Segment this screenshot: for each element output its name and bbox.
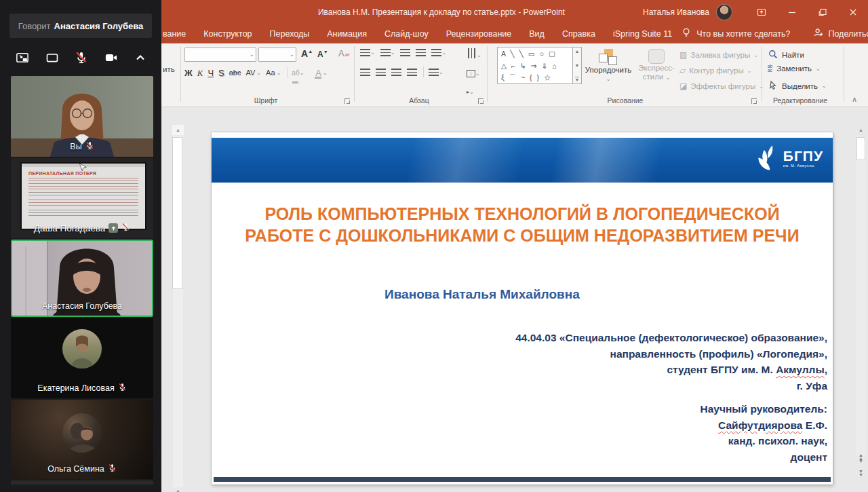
participant-label: Ольга Сёмина [11,463,153,474]
camera-button[interactable] [102,49,120,67]
participant-tile-avatar[interactable]: Ольга Сёмина [11,400,153,479]
participant-tile-partial[interactable] [11,480,153,485]
participant-label: Анастасия Голубева [12,301,152,311]
bullets-button[interactable]: ⌄ [360,49,375,56]
align-left-button[interactable] [360,69,370,76]
strikethrough-button[interactable]: abc [229,68,241,78]
quick-styles-icon [648,49,665,64]
align-center-button[interactable] [376,69,386,76]
change-case-button[interactable]: Аа⌄ [266,68,281,78]
drawing-dialog-launcher[interactable] [751,98,757,104]
replace-icon: abac [768,64,772,73]
scrollbar-thumb[interactable] [856,137,865,160]
scrollbar-thumb[interactable] [172,137,182,289]
scroll-up-icon[interactable]: ▲ [575,49,580,54]
shapes-gallery-scrollbar[interactable]: ▲ ▼ ▼ [573,47,582,84]
active-speaker-banner: Говорит Анастасия Голубева [9,14,152,38]
minimize-video-button[interactable] [14,49,31,67]
tab-slideshow[interactable]: Слайд-шоу [376,29,437,39]
ribbon-display-options-button[interactable] [746,0,776,24]
shapes-gallery[interactable]: A ╲ ╲ ▭ ○ ▢ △ ⌐ ↳ ⇒ ⇓ ⌂ ξ ⌒ ~ { } ☆ [497,47,573,84]
bold-button[interactable]: Ж [184,68,193,78]
lightbulb-icon [681,27,692,40]
arrange-button[interactable]: Упорядочить ⌄ [582,49,635,83]
underline-button[interactable]: Ч [208,68,214,78]
slide-affiliation[interactable]: 44.04.03 «Специальное (дефектологическое… [515,330,827,394]
tab-help[interactable]: Справка [553,29,604,39]
shape-icons-row: ξ ⌒ ~ { } ☆ [501,72,572,84]
shrink-font-button[interactable]: А▼ [317,50,328,59]
participant-tile-avatar[interactable]: Екатерина Лисовая [11,318,153,398]
tab-animations[interactable]: Анимация [318,29,376,39]
justify-button[interactable] [407,69,417,76]
font-dialog-launcher[interactable] [344,98,350,104]
scroll-down-icon[interactable]: ▼ [575,63,580,68]
participant-tile-speaking[interactable]: Анастасия Голубева [11,240,153,317]
cursor-icon [79,164,87,173]
slide-title[interactable]: РОЛЬ КОМПЬЮТЕРНЫХ ТЕХНОЛОГИЙ В ЛОГОПЕДИЧ… [218,203,826,246]
slide-advisor[interactable]: Научный руководитель: Сайфутдиярова Е.Ф.… [701,401,827,465]
shape-outline-button[interactable]: ▱ Контур фигуры⌄ [679,66,751,75]
cursor-icon [768,80,778,92]
line-spacing-button[interactable]: ⌄ [431,49,446,56]
tab-transitions[interactable]: Переходы [261,29,319,39]
slide-canvas[interactable]: БГПУ им. М. Акмуллы РОЛЬ КОМПЬЮТЕРНЫХ ТЕ… [212,132,833,485]
replace-button[interactable]: abac Заменить⌄ [768,64,821,73]
minimize-button[interactable] [776,0,807,24]
grow-font-button[interactable]: А▲ [301,48,313,59]
find-button[interactable]: Найти [768,49,804,60]
convert-smartart-button[interactable]: ▸⌄ [467,84,481,96]
tab-view[interactable]: Вид [520,29,553,39]
participant-tiles: Вы ПЕРИНАТАЛЬНАЯ ПОТЕРЯ Даш [11,76,153,485]
mic-muted-icon [121,223,130,233]
drawing-group-label: Рисование [608,96,644,105]
tell-me-box[interactable]: Что вы хотите сделать? [681,27,790,40]
shape-fill-button[interactable]: ▨ Заливка фигуры⌄ [679,50,758,60]
next-slide-button[interactable]: ▼▼ [856,470,866,476]
clear-formatting-button[interactable]: А [338,48,349,58]
align-text-button[interactable]: ↕⌄ [467,66,481,78]
tab-drawing-partial[interactable]: вание [161,29,195,39]
quick-styles-button[interactable]: Экспресс- стили ⌄ [636,49,677,82]
shape-effects-button[interactable]: ◪ Эффекты фигуры⌄ [679,81,764,91]
logo-subtext: им. М. Акмуллы [783,164,814,168]
numbering-button[interactable]: ⌄ [380,49,395,56]
font-size-combo[interactable]: ⌄ [258,48,296,62]
text-shadow-button[interactable]: S [218,68,224,78]
columns-button[interactable]: ⌄ [429,69,443,76]
thumbnails-scrollbar[interactable]: ▲ ▼ [172,125,184,492]
more-shapes-icon[interactable]: ▼ [575,77,580,82]
participant-tile-share[interactable]: ПЕРИНАТАЛЬНАЯ ПОТЕРЯ Даша Погадаева [11,158,153,238]
restore-button[interactable] [807,0,837,24]
collapse-ribbon-icon[interactable]: ∧ [852,95,857,104]
text-direction-button[interactable]: ⌄ [467,48,481,60]
select-button[interactable]: Выделить⌄ [768,80,827,92]
participant-tile-self[interactable]: Вы [11,76,153,157]
share-button[interactable]: Поделиться [813,27,868,40]
tab-design[interactable]: Конструктор [195,29,260,39]
font-name-combo[interactable]: ⌄ [184,48,256,62]
zoom-controls [14,49,149,67]
decrease-indent-button[interactable] [400,49,410,56]
view-mode-button[interactable] [43,49,61,67]
paste-button-partial[interactable]: ить [163,65,175,73]
tab-ispring[interactable]: iSpring Suite 11 [604,29,681,39]
close-button[interactable] [837,0,868,24]
italic-button[interactable]: К [197,68,203,78]
highlight-color-button[interactable]: аб⌄ [292,68,304,78]
increase-indent-button[interactable] [416,49,426,56]
account-avatar[interactable] [716,4,732,20]
slide-author[interactable]: Иванова Наталья Михайловна [384,287,580,302]
previous-slide-button[interactable]: ▲▲ [856,454,866,460]
scroll-up-icon[interactable]: ▲ [172,125,184,135]
chevron-up-icon[interactable] [132,49,149,67]
scroll-down-icon[interactable]: ▼ [172,487,184,492]
scroll-up-icon[interactable]: ▲ [856,125,866,135]
paragraph-dialog-launcher[interactable] [478,98,484,104]
character-spacing-button[interactable]: AV⌄ [245,68,261,78]
font-color-button[interactable]: А⌄ [315,68,327,78]
shape-outline-icon: ▱ [679,66,686,75]
tab-review[interactable]: Рецензирование [437,29,521,39]
mic-muted-button[interactable] [73,49,90,67]
align-right-button[interactable] [391,69,401,76]
